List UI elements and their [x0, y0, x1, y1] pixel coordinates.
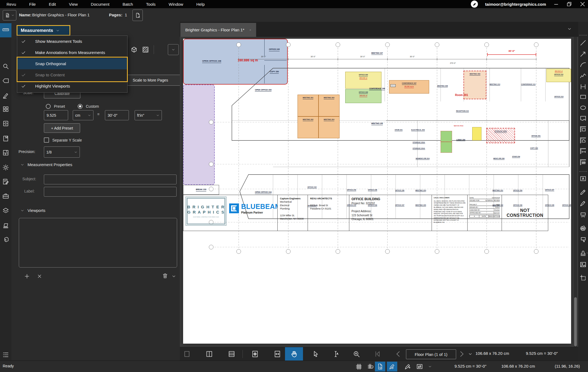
delete-viewport-button[interactable] [37, 274, 42, 279]
status-grid-snap[interactable] [367, 363, 374, 370]
sidebar-item-tool-sets[interactable] [0, 193, 11, 200]
sidebar-item-measurements-ruler[interactable] [0, 26, 11, 33]
tool-arrow[interactable] [578, 50, 588, 58]
room-meeting-203[interactable]: MEETING 203 [319, 95, 340, 116]
tool-polygon[interactable] [578, 115, 588, 122]
room-cell[interactable] [441, 142, 452, 153]
minimize-button[interactable] [553, 1, 559, 7]
toolbar-pane-single[interactable] [183, 350, 191, 358]
precision-select[interactable]: 1/8 [44, 146, 80, 158]
tool-cloud[interactable] [578, 225, 588, 232]
add-viewport-button[interactable] [24, 273, 30, 280]
sidebar-item-tool-chest[interactable] [0, 106, 11, 113]
toolbar-chevron-down[interactable] [468, 352, 472, 356]
measurement-properties-section[interactable]: Measurement Properties [20, 162, 72, 167]
add-preset-button[interactable]: + Add Preset [44, 123, 80, 133]
restore-button[interactable] [566, 1, 572, 7]
tool-stamp[interactable] [578, 250, 588, 257]
tool-ellipse[interactable] [578, 104, 588, 111]
tool-highlighter[interactable] [578, 188, 588, 196]
markups-list-toggle[interactable] [0, 351, 11, 358]
toolbar-pan-hand[interactable] [290, 350, 298, 358]
trash-icon[interactable] [162, 272, 168, 279]
menu-item-highlight-viewports[interactable]: Highlight Viewports [17, 80, 127, 92]
sidebar-item-markups-list[interactable] [0, 178, 11, 185]
menu-item-help[interactable]: Help [190, 2, 211, 7]
toolbar-pane-split-h[interactable] [228, 350, 235, 358]
toolbar-fit-page[interactable] [251, 350, 259, 358]
tool-measure-length[interactable] [578, 148, 588, 155]
toolbar-nav-next[interactable] [458, 350, 465, 358]
custom-label[interactable]: Custom [86, 104, 99, 109]
scale-to-more-pages-button[interactable]: Scale to More Pages [123, 75, 189, 86]
measure-volume-icon[interactable] [130, 46, 138, 53]
sidebar-item-bookmarks[interactable] [0, 135, 11, 142]
account-email[interactable]: taimoor@brightergraphics.com [485, 2, 546, 7]
room-conference-207[interactable]: CONFERENCE 20723,152 sq inA2-01 [389, 80, 429, 94]
tab-close-icon[interactable] [249, 28, 251, 32]
measure-count-icon[interactable] [142, 46, 149, 53]
tool-callout-arrow[interactable] [578, 236, 588, 243]
sidebar-item-markup-pen[interactable] [0, 92, 11, 99]
custom-radio[interactable] [78, 104, 83, 109]
toolbar-select-cursor[interactable] [312, 350, 319, 358]
menu-item-revu[interactable]: Revu [0, 2, 23, 7]
room-meeting-202[interactable]: MEETING 202 [298, 116, 319, 138]
room-office-205[interactable]: OFFICE 205204.616 sf [345, 72, 381, 89]
tool-measure-count[interactable] [578, 159, 588, 166]
status-chevron-down[interactable] [428, 365, 432, 368]
scale-to-input[interactable] [105, 110, 129, 120]
toolbar-pane-split-v[interactable] [205, 350, 213, 358]
tool-measure-area[interactable] [578, 126, 588, 133]
menu-item-file[interactable]: File [23, 2, 42, 7]
tool-pen[interactable] [578, 200, 588, 207]
status-grid-hash[interactable] [355, 363, 362, 370]
panel-collapse-chevron[interactable] [567, 27, 572, 31]
menu-item-tools[interactable]: Tools [140, 2, 162, 7]
tools-overflow-button[interactable] [168, 44, 179, 55]
status-sync-views[interactable] [416, 363, 423, 370]
scrollbar-thumb[interactable] [574, 297, 577, 346]
unit-from-select[interactable]: cm [73, 110, 93, 120]
sidebar-item-thumbnails[interactable] [0, 222, 11, 229]
new-page-button[interactable] [132, 10, 143, 21]
viewports-overflow-chevron[interactable] [172, 274, 176, 278]
room-office-206[interactable]: OFFICE 206193.615 sf [345, 89, 381, 103]
room-meeting-204[interactable]: MEETING 204 [319, 116, 340, 138]
tool-arc[interactable] [578, 61, 588, 68]
menu-item-document[interactable]: Document [84, 2, 116, 7]
sidebar-item-search[interactable] [0, 63, 11, 70]
menu-item-make-annotations-from-measurements[interactable]: Make Annotations from Measurements [17, 47, 127, 58]
toolbar-text-select[interactable] [332, 350, 340, 358]
preset-label[interactable]: Preset [54, 104, 65, 109]
page-nav-box[interactable]: Floor Plan (1 of 1) [406, 349, 456, 359]
sidebar-item-properties-drawer[interactable] [0, 120, 11, 127]
tool-measure-perimeter[interactable] [578, 137, 588, 144]
viewports-section[interactable]: Viewports [20, 208, 46, 213]
menu-item-snap-orthogonal[interactable]: Snap Orthogonal [17, 58, 127, 69]
toolbar-fit-width[interactable] [274, 350, 281, 358]
sidebar-item-settings-gear[interactable] [0, 164, 11, 171]
status-doc-snap[interactable] [377, 363, 384, 370]
unit-to-select[interactable]: ft'in" [135, 110, 162, 120]
document-menu-button[interactable] [3, 10, 16, 20]
menu-item-edit[interactable]: Edit [42, 2, 62, 7]
tool-callout-squiggle[interactable] [578, 211, 588, 218]
room-cell[interactable] [441, 131, 452, 142]
room-storage-258a[interactable]: STORAGE 258A [486, 128, 515, 143]
label-input[interactable] [44, 187, 177, 197]
sidebar-item-flag-tag[interactable] [0, 77, 11, 84]
menu-item-show-measurement-tools[interactable]: Show Measurement Tools [17, 36, 127, 47]
sidebar-item-spaces[interactable] [0, 149, 11, 156]
stamp-chevron-icon[interactable] [586, 252, 588, 254]
menu-item-batch[interactable]: Batch [116, 2, 140, 7]
toolbar-nav-first[interactable] [374, 350, 381, 358]
tool-text-box[interactable] [578, 175, 588, 182]
room-meeting-201[interactable]: MEETING 201 [298, 95, 319, 116]
tool-image[interactable] [578, 261, 588, 268]
tool-dimension[interactable] [578, 83, 588, 90]
panel-title[interactable]: Measurements [17, 25, 70, 36]
sidebar-item-3d-model[interactable] [0, 236, 11, 243]
menu-item-view[interactable]: View [62, 2, 84, 7]
viewports-list[interactable] [19, 218, 177, 268]
